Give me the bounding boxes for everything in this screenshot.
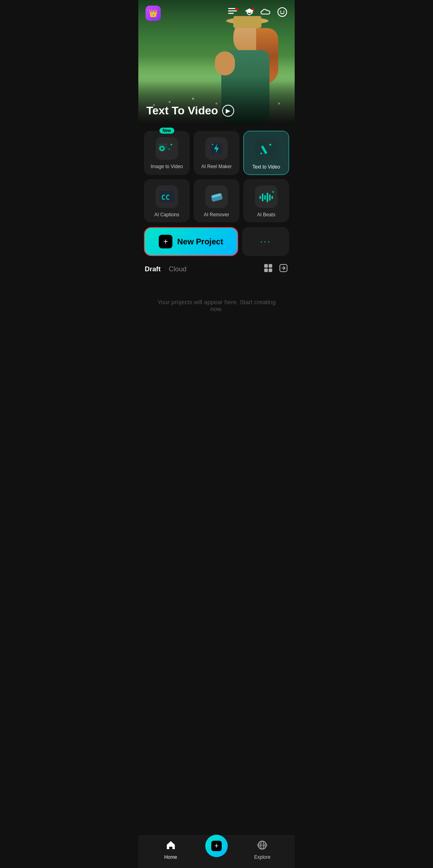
svg-rect-32 [262, 193, 263, 201]
tool-ai-captions[interactable]: CC AI Captions [144, 179, 190, 222]
svg-rect-38 [264, 264, 268, 268]
svg-point-8 [278, 8, 287, 16]
tool-grid: New ✦ ✦ Image to Video [144, 131, 289, 222]
graduation-icon[interactable] [244, 7, 255, 20]
plus-icon: + [159, 235, 172, 248]
arrow-icon: ▶ [226, 108, 230, 114]
svg-text:✦: ✦ [271, 190, 275, 194]
text-to-video-icon-wrap: ✦ [255, 138, 277, 160]
image-to-video-label: Image to Video [151, 164, 183, 169]
ai-beats-label: AI Beats [257, 212, 275, 218]
svg-point-9 [280, 11, 281, 12]
tool-text-to-video[interactable]: ✦ Text to Video [243, 131, 289, 175]
svg-text:✦: ✦ [170, 142, 173, 147]
new-project-label: New Project [177, 237, 223, 246]
face-icon[interactable] [277, 7, 287, 20]
empty-state: Your projects will appear here. Start cr… [144, 283, 289, 328]
svg-rect-1 [228, 10, 237, 12]
svg-rect-40 [264, 268, 268, 272]
svg-text:CC: CC [161, 193, 170, 201]
grid-view-icon[interactable] [263, 263, 273, 275]
cloud-icon[interactable] [260, 8, 271, 19]
app-logo[interactable]: 👑 [146, 6, 161, 21]
empty-state-text: Your projects will appear here. Start cr… [158, 299, 276, 312]
ai-remover-label: AI Remover [204, 212, 229, 218]
more-options-button[interactable]: ··· [242, 227, 289, 256]
list-icon[interactable] [228, 8, 239, 18]
svg-text:✦: ✦ [168, 148, 170, 150]
svg-point-10 [283, 11, 285, 12]
share-icon[interactable] [279, 263, 288, 275]
tool-image-to-video[interactable]: New ✦ ✦ Image to Video [144, 131, 190, 175]
svg-rect-34 [267, 193, 268, 202]
svg-rect-31 [259, 196, 261, 199]
ai-reel-maker-label: AI Reel Maker [201, 164, 232, 169]
image-to-video-icon-wrap: ✦ ✦ [156, 137, 178, 160]
svg-point-7 [252, 8, 254, 10]
tab-cloud[interactable]: Cloud [169, 265, 186, 273]
svg-point-21 [212, 144, 213, 145]
bottom-action-row: + New Project ··· [144, 227, 289, 256]
svg-rect-39 [269, 264, 272, 268]
tab-group: Draft Cloud [145, 265, 186, 273]
header: 👑 [138, 0, 295, 26]
hero-title[interactable]: Text To Video ▶ [146, 104, 234, 117]
new-badge: New [160, 128, 174, 134]
header-actions [228, 7, 287, 20]
svg-rect-2 [228, 13, 234, 14]
hero-arrow[interactable]: ▶ [222, 105, 234, 117]
main-content: New ✦ ✦ Image to Video [138, 124, 295, 335]
text-to-video-label: Text to Video [252, 164, 280, 170]
svg-rect-35 [269, 194, 271, 201]
tool-ai-reel-maker[interactable]: AI Reel Maker [194, 131, 239, 175]
plus-symbol: + [163, 237, 168, 246]
tool-ai-beats[interactable]: ✦ AI Beats [243, 179, 289, 222]
tab-actions [263, 263, 288, 275]
more-dots: ··· [260, 236, 271, 247]
hero-overlay [138, 76, 295, 124]
ai-reel-maker-icon-wrap [205, 137, 228, 160]
svg-rect-0 [228, 8, 235, 9]
svg-rect-36 [271, 196, 273, 199]
ai-captions-label: AI Captions [154, 212, 179, 218]
crown-icon: 👑 [149, 9, 158, 18]
hero-title-text: Text To Video [146, 104, 218, 117]
svg-text:✦: ✦ [268, 142, 272, 148]
ai-beats-icon-wrap: ✦ [255, 185, 277, 208]
tab-draft[interactable]: Draft [145, 265, 161, 273]
tabs-row: Draft Cloud [144, 263, 289, 275]
ai-captions-icon-wrap: CC [156, 185, 178, 208]
svg-point-4 [236, 8, 238, 10]
tool-ai-remover[interactable]: AI Remover [194, 179, 239, 222]
new-project-button[interactable]: + New Project [144, 227, 238, 256]
svg-rect-41 [269, 268, 272, 272]
svg-rect-33 [264, 195, 266, 200]
ai-remover-icon-wrap [205, 185, 228, 208]
